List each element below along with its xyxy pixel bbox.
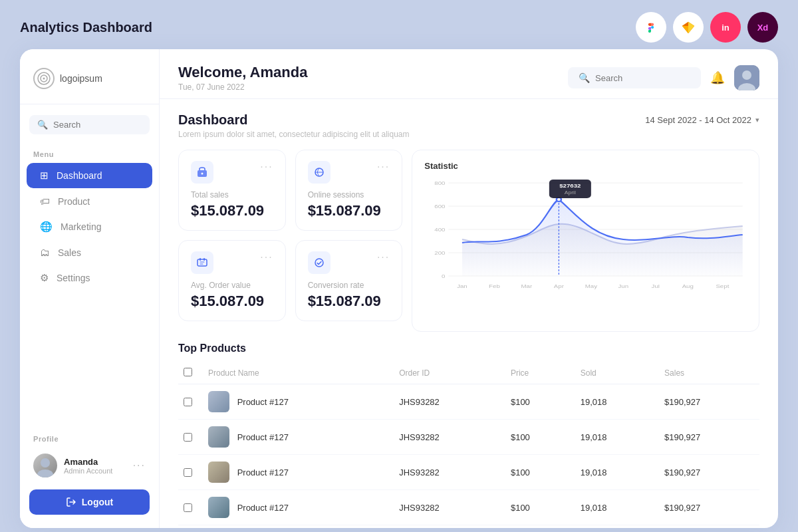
dashboard-title: Dashboard bbox=[178, 112, 410, 128]
sidebar-item-settings[interactable]: ⚙ Settings bbox=[27, 265, 152, 291]
row-price-2: $100 bbox=[503, 455, 573, 490]
dashboard-body: Dashboard Lorem ipsum dolor sit amet, co… bbox=[160, 99, 778, 528]
row-select-3[interactable] bbox=[184, 503, 192, 512]
row-sales-0: $190,927 bbox=[656, 384, 759, 420]
sidebar-item-product[interactable]: 🏷 Product bbox=[27, 189, 152, 213]
welcome-text: Welcome, Amanda bbox=[178, 64, 307, 81]
svg-text:Apr: Apr bbox=[554, 283, 564, 289]
col-header-price: Price bbox=[503, 362, 573, 384]
svg-text:Jul: Jul bbox=[652, 283, 660, 289]
svg-point-41 bbox=[557, 198, 561, 201]
svg-point-8 bbox=[41, 458, 50, 467]
row-checkbox-1 bbox=[178, 420, 200, 455]
svg-text:Feb: Feb bbox=[489, 283, 500, 289]
stat-card-total-sales: ··· Total sales $15.087.09 bbox=[178, 150, 286, 231]
sidebar-item-label-product: Product bbox=[58, 196, 90, 207]
stat-dots-0[interactable]: ··· bbox=[260, 161, 273, 173]
avatar bbox=[33, 454, 57, 477]
header-right: 🔍 🔔 bbox=[568, 65, 759, 90]
svg-text:800: 800 bbox=[435, 180, 446, 186]
header-search-input[interactable] bbox=[595, 73, 690, 83]
dashboard-header-row: Dashboard Lorem ipsum dolor sit amet, co… bbox=[178, 112, 759, 139]
profile-more-dots[interactable]: ··· bbox=[133, 460, 146, 471]
main-card: logoipsum 🔍 Menu ⊞ Dashboard 🏷 Product 🌐… bbox=[20, 49, 778, 528]
svg-text:Mar: Mar bbox=[521, 283, 533, 289]
row-sales-2: $190,927 bbox=[656, 455, 759, 490]
svg-text:200: 200 bbox=[435, 250, 446, 256]
product-name-0: Product #127 bbox=[237, 397, 289, 407]
header-search[interactable]: 🔍 bbox=[568, 67, 701, 88]
stat-icon-conversion bbox=[308, 251, 331, 274]
svg-rect-17 bbox=[200, 258, 201, 261]
row-checkbox-3 bbox=[178, 490, 200, 525]
svg-point-19 bbox=[315, 259, 323, 267]
sidebar-item-dashboard[interactable]: ⊞ Dashboard bbox=[27, 163, 152, 188]
sidebar-search[interactable]: 🔍 bbox=[29, 115, 150, 134]
svg-point-14 bbox=[201, 173, 203, 175]
stat-dots-2[interactable]: ··· bbox=[260, 251, 273, 263]
stat-icon-total-sales bbox=[191, 161, 213, 184]
stats-chart-row: ··· Total sales $15.087.09 bbox=[178, 150, 759, 332]
stat-label-3: Conversion rate bbox=[308, 281, 390, 290]
row-price-3: $100 bbox=[503, 490, 573, 525]
row-product-3: Product #127 bbox=[200, 490, 391, 525]
product-name-3: Product #127 bbox=[237, 503, 289, 513]
figma-button[interactable] bbox=[636, 12, 666, 43]
dashboard-icon: ⊞ bbox=[40, 170, 49, 182]
notification-button[interactable]: 🔔 bbox=[710, 70, 725, 85]
chart-area: 800 600 400 200 0 Jan Feb Mar Apr May Ju… bbox=[424, 176, 747, 296]
products-table: Product Name Order ID Price Sold Sales P… bbox=[178, 362, 759, 528]
xd-button[interactable]: Xd bbox=[747, 12, 778, 43]
profile-name: Amanda bbox=[64, 457, 126, 467]
search-icon-sidebar: 🔍 bbox=[37, 120, 48, 130]
table-row: Product #127 JHS93282 $100 19,018 $190,9… bbox=[178, 384, 759, 420]
stat-dots-3[interactable]: ··· bbox=[377, 251, 390, 263]
row-select-0[interactable] bbox=[184, 398, 192, 406]
stat-value-1: $15.087.09 bbox=[308, 202, 390, 219]
row-sold-0: 19,018 bbox=[573, 384, 656, 420]
row-select-2[interactable] bbox=[184, 468, 192, 477]
select-all-checkbox[interactable] bbox=[184, 368, 192, 376]
row-product-0: Product #127 bbox=[200, 384, 391, 420]
stat-card-conversion: ··· Conversion rate $15.087.09 bbox=[295, 240, 403, 321]
stat-card-avg-order: ··· Avg. Order value $15.087.09 bbox=[178, 240, 286, 321]
col-header-order-id: Order ID bbox=[391, 362, 503, 384]
sidebar-item-marketing[interactable]: 🌐 Marketing bbox=[27, 214, 152, 239]
row-sales-1: $190,927 bbox=[656, 420, 759, 455]
sidebar-search-input[interactable] bbox=[53, 120, 142, 130]
col-header-product-name: Product Name bbox=[200, 362, 391, 384]
sales-icon: 🗂 bbox=[40, 247, 50, 258]
col-header-sales: Sales bbox=[656, 362, 759, 384]
svg-point-7 bbox=[43, 78, 45, 80]
stat-card-top-1: ··· bbox=[308, 161, 390, 184]
top-bar-icons: in Xd bbox=[636, 12, 778, 43]
svg-text:$27632: $27632 bbox=[559, 183, 581, 189]
sidebar-nav: ⊞ Dashboard 🏷 Product 🌐 Marketing 🗂 Sale… bbox=[20, 162, 159, 291]
invision-button[interactable]: in bbox=[710, 12, 741, 43]
row-price-0: $100 bbox=[503, 384, 573, 420]
date-range-button[interactable]: 14 Sept 2022 - 14 Oct 2022 ▾ bbox=[645, 112, 759, 128]
sidebar-logo: logoipsum bbox=[20, 68, 159, 104]
row-order-id-2: JHS93282 bbox=[391, 455, 503, 490]
svg-text:May: May bbox=[585, 283, 598, 289]
logout-button[interactable]: Logout bbox=[29, 489, 150, 515]
sidebar-item-label-settings: Settings bbox=[57, 273, 90, 283]
row-checkbox-4 bbox=[178, 525, 200, 529]
row-select-1[interactable] bbox=[184, 433, 192, 442]
stat-dots-1[interactable]: ··· bbox=[377, 161, 390, 173]
stat-icon-online-sessions bbox=[308, 161, 331, 184]
svg-text:0: 0 bbox=[442, 273, 445, 279]
product-name-1: Product #127 bbox=[237, 432, 289, 442]
row-sales-4: $190,927 bbox=[656, 525, 759, 529]
sidebar-item-label-sales: Sales bbox=[58, 247, 81, 258]
row-sold-4: 19,018 bbox=[573, 525, 656, 529]
row-sold-1: 19,018 bbox=[573, 420, 656, 455]
sidebar-item-label-dashboard: Dashboard bbox=[57, 170, 102, 181]
sketch-button[interactable] bbox=[673, 12, 704, 43]
logout-icon bbox=[66, 497, 76, 507]
profile-role: Admin Account bbox=[64, 467, 126, 475]
sidebar-item-sales[interactable]: 🗂 Sales bbox=[27, 240, 152, 265]
stats-grid: ··· Total sales $15.087.09 bbox=[178, 150, 402, 321]
product-icon: 🏷 bbox=[40, 196, 50, 207]
row-price-1: $100 bbox=[503, 420, 573, 455]
